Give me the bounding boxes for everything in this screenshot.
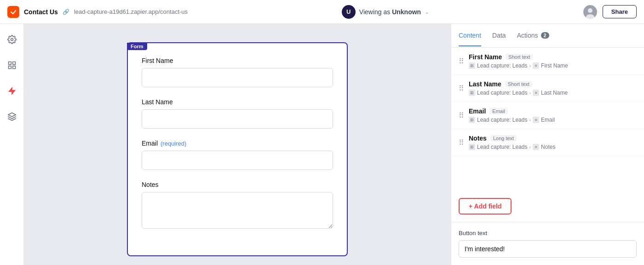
field-row-lastname: ⠿ Last Name Short text ⊞ Lead capture: L… — [451, 75, 644, 102]
svg-rect-0 — [9, 8, 17, 16]
topbar-right: Share — [583, 5, 637, 19]
user-avatar-circle: U — [342, 5, 356, 19]
field-type-firstname: Short text — [506, 54, 533, 60]
user-profile-avatar[interactable] — [583, 5, 597, 19]
field-icon-ln: ≡ — [533, 90, 539, 96]
left-sidebar — [0, 24, 24, 265]
form-field-email: Email (required) — [142, 140, 333, 170]
lastname-label: Last Name — [142, 98, 333, 106]
firstname-input[interactable] — [142, 68, 333, 87]
add-field-section: + Add field — [451, 191, 644, 222]
field-source-email: ⊞ Lead capture: Leads › ≡ Email — [469, 117, 637, 123]
main-layout: Form First Name Last Name Email (require… — [0, 24, 644, 265]
topbar-left: Contact Us 🔗 lead-capture-a19d61.zapier.… — [7, 6, 188, 18]
chevron-right-icon-no: › — [529, 144, 531, 150]
app-icon — [7, 6, 19, 18]
chevron-right-icon-ln: › — [529, 90, 531, 96]
field-icon-no: ≡ — [533, 144, 539, 150]
button-text-section: Button text — [451, 222, 644, 265]
notes-textarea[interactable] — [142, 192, 333, 229]
field-info-firstname: First Name Short text ⊞ Lead capture: Le… — [469, 53, 637, 69]
drag-handle-email[interactable]: ⠿ — [459, 111, 464, 120]
notes-label: Notes — [142, 181, 333, 188]
topbar-center: U Viewing as Unknown ⌄ — [342, 5, 429, 19]
field-type-notes: Long text — [490, 135, 517, 141]
field-name-lastname: Last Name — [469, 80, 501, 88]
tab-data[interactable]: Data — [492, 25, 506, 46]
add-field-button[interactable]: + Add field — [459, 198, 512, 214]
email-input[interactable] — [142, 151, 333, 170]
field-name-row-firstname: First Name Short text — [469, 53, 637, 61]
field-row-notes: ⠿ Notes Long text ⊞ Lead capture: Leads … — [451, 129, 644, 156]
chevron-down-icon: ⌄ — [425, 9, 429, 15]
field-type-lastname: Short text — [505, 81, 532, 87]
field-type-email: Email — [489, 108, 508, 114]
table-icon: ⊞ — [469, 62, 475, 69]
field-info-notes: Notes Long text ⊞ Lead capture: Leads › … — [469, 135, 637, 150]
field-icon-em: ≡ — [533, 117, 539, 123]
svg-rect-8 — [12, 66, 15, 69]
field-name-email: Email — [469, 107, 486, 115]
field-info-email: Email Email ⊞ Lead capture: Leads › ≡ Em… — [469, 107, 637, 123]
email-label: Email (required) — [142, 140, 333, 147]
field-name-notes: Notes — [469, 135, 487, 142]
share-button[interactable]: Share — [603, 5, 637, 18]
field-name-row-lastname: Last Name Short text — [469, 80, 637, 88]
svg-point-4 — [11, 39, 13, 41]
field-source-lastname: ⊞ Lead capture: Leads › ≡ Last Name — [469, 90, 637, 96]
button-text-label: Button text — [459, 230, 637, 237]
app-url: lead-capture-a19d61.zapier.app/contact-u… — [74, 8, 188, 15]
chevron-right-icon: › — [529, 63, 531, 68]
field-source-firstname: ⊞ Lead capture: Leads › ≡ First Name — [469, 62, 637, 69]
field-row-firstname: ⠿ First Name Short text ⊞ Lead capture: … — [451, 48, 644, 75]
field-row-email: ⠿ Email Email ⊞ Lead capture: Leads › ≡ … — [451, 102, 644, 129]
integrations-icon[interactable] — [4, 108, 20, 125]
firstname-label: First Name — [142, 57, 333, 64]
table-icon-ln: ⊞ — [469, 90, 475, 96]
link-icon: 🔗 — [63, 9, 69, 15]
form-preview: Form First Name Last Name Email (require… — [24, 24, 451, 265]
app-title: Contact Us — [24, 8, 58, 16]
svg-rect-6 — [12, 62, 15, 65]
tab-actions[interactable]: Actions 2 — [517, 25, 549, 46]
svg-rect-7 — [8, 66, 11, 69]
drag-handle-firstname[interactable]: ⠿ — [459, 57, 464, 66]
right-panel: Content Data Actions 2 ⠿ First Name Shor… — [451, 24, 644, 265]
drag-handle-notes[interactable]: ⠿ — [459, 138, 464, 147]
required-text: (required) — [161, 140, 186, 147]
table-icon-em: ⊞ — [469, 117, 475, 123]
settings-icon[interactable] — [4, 31, 20, 48]
svg-rect-5 — [8, 62, 11, 65]
form-field-notes: Notes — [142, 181, 333, 231]
form-container: Form First Name Last Name Email (require… — [127, 42, 348, 256]
form-field-lastname: Last Name — [142, 98, 333, 129]
form-tag: Form — [127, 43, 147, 50]
right-panel-tabs: Content Data Actions 2 — [451, 24, 644, 48]
field-info-lastname: Last Name Short text ⊞ Lead capture: Lea… — [469, 80, 637, 96]
layout-icon[interactable] — [4, 57, 20, 73]
form-field-firstname: First Name — [142, 57, 333, 87]
button-text-input[interactable] — [459, 240, 637, 258]
chevron-right-icon-em: › — [529, 117, 531, 123]
actions-badge: 2 — [541, 32, 549, 39]
lastname-input[interactable] — [142, 109, 333, 129]
tab-content[interactable]: Content — [459, 25, 481, 46]
fields-list: ⠿ First Name Short text ⊞ Lead capture: … — [451, 48, 644, 191]
field-name-row-email: Email Email — [469, 107, 637, 115]
topbar: Contact Us 🔗 lead-capture-a19d61.zapier.… — [0, 0, 644, 24]
field-name-row-notes: Notes Long text — [469, 135, 637, 142]
table-icon-no: ⊞ — [469, 144, 475, 150]
viewing-text: Viewing as Unknown — [359, 8, 421, 16]
field-source-notes: ⊞ Lead capture: Leads › ≡ Notes — [469, 144, 637, 150]
drag-handle-lastname[interactable]: ⠿ — [459, 84, 464, 93]
lightning-icon[interactable] — [4, 83, 20, 99]
field-icon: ≡ — [533, 62, 539, 69]
field-name-firstname: First Name — [469, 53, 502, 61]
svg-point-2 — [588, 8, 592, 13]
